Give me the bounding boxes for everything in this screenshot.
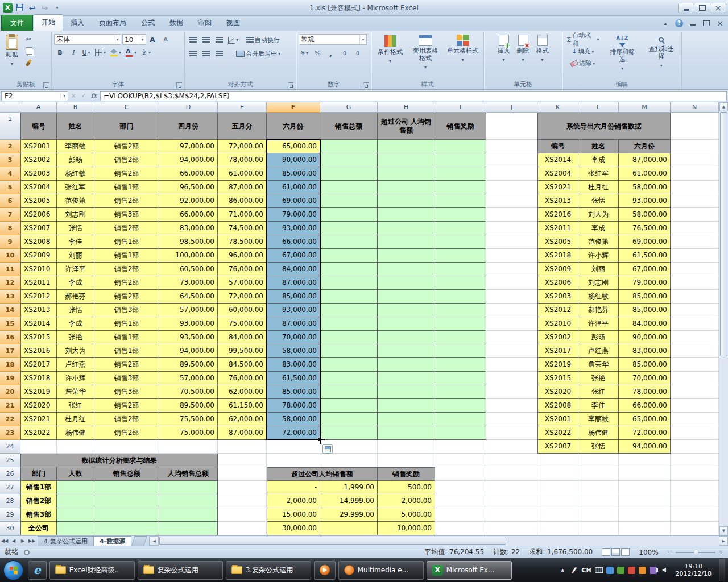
cell-D9[interactable]: 98,500.00 bbox=[159, 235, 218, 249]
row-header-13[interactable]: 13 bbox=[0, 290, 20, 304]
align-bottom-button[interactable] bbox=[213, 35, 225, 45]
cell-B1[interactable]: 姓名 bbox=[57, 113, 94, 140]
formula-input[interactable]: =VLOOKUP(B2,$L$3:$M$24,2,FALSE) bbox=[100, 91, 727, 101]
cell-I27[interactable] bbox=[435, 481, 486, 494]
cell-K15[interactable]: XS2010 bbox=[537, 317, 578, 331]
cell-B13[interactable]: 郝艳芬 bbox=[57, 290, 94, 304]
align-middle-button[interactable] bbox=[200, 35, 212, 45]
cell-A11[interactable]: XS2010 bbox=[20, 263, 57, 276]
cell-M19[interactable]: 70,000.00 bbox=[619, 372, 671, 385]
cell-K18[interactable]: XS2019 bbox=[537, 358, 578, 372]
cell-B9[interactable]: 李佳 bbox=[57, 235, 94, 249]
cell-K28[interactable] bbox=[537, 494, 578, 508]
cell-D10[interactable]: 100,000.00 bbox=[159, 249, 218, 263]
align-right-button[interactable] bbox=[213, 48, 225, 59]
cell-G11[interactable] bbox=[320, 263, 378, 276]
cell-H17[interactable] bbox=[378, 344, 435, 358]
row-header-17[interactable]: 17 bbox=[0, 344, 20, 358]
cell-I20[interactable] bbox=[435, 385, 486, 399]
cell-K20[interactable]: XS2020 bbox=[537, 385, 578, 399]
cell-B19[interactable]: 许小辉 bbox=[57, 372, 94, 385]
cell-L10[interactable]: 许小辉 bbox=[578, 249, 619, 263]
taskbar-button-media[interactable] bbox=[314, 561, 336, 580]
cell-K3[interactable]: XS2014 bbox=[537, 153, 578, 167]
cell-C2[interactable]: 销售2部 bbox=[94, 140, 159, 153]
col-header-I[interactable]: I bbox=[435, 102, 486, 113]
cell-K21[interactable]: XS2008 bbox=[537, 399, 578, 413]
row-header-12[interactable]: 12 bbox=[0, 276, 20, 290]
cell-I17[interactable] bbox=[435, 344, 486, 358]
cell-N21[interactable] bbox=[671, 399, 719, 413]
cell-B6[interactable]: 范俊第 bbox=[57, 194, 94, 208]
cell-L28[interactable] bbox=[578, 494, 619, 508]
cell-K29[interactable] bbox=[537, 508, 578, 522]
cell-H14[interactable] bbox=[378, 304, 435, 317]
cell-F25[interactable] bbox=[267, 454, 320, 467]
cell-G29[interactable]: 29,999.00 bbox=[320, 508, 378, 522]
col-header-E[interactable]: E bbox=[218, 102, 267, 113]
cell-I23[interactable] bbox=[435, 426, 486, 440]
cell-H18[interactable] bbox=[378, 358, 435, 372]
cell-F10[interactable]: 67,000.00 bbox=[267, 249, 320, 263]
row-header-5[interactable]: 5 bbox=[0, 181, 20, 194]
col-header-K[interactable]: K bbox=[537, 102, 578, 113]
cell-K1[interactable]: 系统导出六月份销售数据 bbox=[537, 113, 671, 140]
sheet-tab-4-复杂公式运用[interactable]: 4-复杂公式运用 bbox=[38, 536, 94, 546]
cell-D12[interactable]: 73,000.00 bbox=[159, 276, 218, 290]
cell-D16[interactable]: 93,500.00 bbox=[159, 331, 218, 344]
cell-D14[interactable]: 57,000.00 bbox=[159, 304, 218, 317]
cell-L3[interactable]: 李成 bbox=[578, 153, 619, 167]
cell-K16[interactable]: XS2002 bbox=[537, 331, 578, 344]
taskbar-button-Multimedia e...[interactable]: Multimedia e... bbox=[338, 561, 424, 580]
cell-E16[interactable]: 84,000.00 bbox=[218, 331, 267, 344]
cell-B4[interactable]: 杨红敏 bbox=[57, 167, 94, 181]
cell-M24[interactable]: 94,000.00 bbox=[619, 440, 671, 454]
cell-J16[interactable] bbox=[486, 331, 537, 344]
cell-A20[interactable]: XS2019 bbox=[20, 385, 57, 399]
minimize-ribbon-icon[interactable] bbox=[660, 18, 671, 28]
cell-I7[interactable] bbox=[435, 208, 486, 222]
align-center-button[interactable] bbox=[200, 48, 212, 59]
cell-B5[interactable]: 张红军 bbox=[57, 181, 94, 194]
ribbon-tab-插入[interactable]: 插入 bbox=[63, 15, 92, 31]
cell-J25[interactable] bbox=[486, 454, 537, 467]
cell-M9[interactable]: 69,000.00 bbox=[619, 235, 671, 249]
format-as-table-button[interactable]: 套用表格格式 bbox=[409, 32, 442, 72]
last-sheet-icon[interactable]: ▶▶ bbox=[27, 536, 36, 546]
cell-N15[interactable] bbox=[671, 317, 719, 331]
cell-D28[interactable] bbox=[159, 494, 218, 508]
cell-L9[interactable]: 范俊第 bbox=[578, 235, 619, 249]
cell-L5[interactable]: 杜月红 bbox=[578, 181, 619, 194]
cell-B20[interactable]: 詹荣华 bbox=[57, 385, 94, 399]
cell-H11[interactable] bbox=[378, 263, 435, 276]
normal-view-icon[interactable] bbox=[602, 548, 610, 556]
cell-I11[interactable] bbox=[435, 263, 486, 276]
cell-F2[interactable]: 65,000.00 bbox=[267, 140, 320, 153]
cell-D2[interactable]: 97,000.00 bbox=[159, 140, 218, 153]
cell-A1[interactable]: 编号 bbox=[20, 113, 57, 140]
cell-C24[interactable] bbox=[94, 440, 159, 454]
cell-J9[interactable] bbox=[486, 235, 537, 249]
taskbar-button-复杂公式运用[interactable]: 复杂公式运用 bbox=[138, 561, 223, 580]
row-header-27[interactable]: 27 bbox=[0, 481, 20, 494]
select-all-corner[interactable] bbox=[0, 102, 20, 113]
horizontal-scroll-track[interactable] bbox=[159, 537, 718, 545]
cell-C18[interactable]: 销售2部 bbox=[94, 358, 159, 372]
row-header-3[interactable]: 3 bbox=[0, 153, 20, 167]
cell-K5[interactable]: XS2021 bbox=[537, 181, 578, 194]
cell-F14[interactable]: 93,000.00 bbox=[267, 304, 320, 317]
cell-F1[interactable]: 六月份 bbox=[267, 113, 320, 140]
cell-J29[interactable] bbox=[486, 508, 537, 522]
cancel-entry-icon[interactable] bbox=[68, 91, 78, 101]
cell-E27[interactable] bbox=[218, 481, 267, 494]
cell-A16[interactable]: XS2015 bbox=[20, 331, 57, 344]
cell-E2[interactable]: 72,000.00 bbox=[218, 140, 267, 153]
cell-K19[interactable]: XS2015 bbox=[537, 372, 578, 385]
cell-A4[interactable]: XS2003 bbox=[20, 167, 57, 181]
ime-language-indicator[interactable]: CH bbox=[581, 567, 591, 574]
paste-button[interactable]: 粘贴 bbox=[3, 32, 21, 69]
copy-button[interactable] bbox=[23, 45, 35, 56]
cell-C5[interactable]: 销售1部 bbox=[94, 181, 159, 194]
cell-L18[interactable]: 詹荣华 bbox=[578, 358, 619, 372]
conditional-formatting-button[interactable]: 条件格式 bbox=[374, 32, 407, 66]
